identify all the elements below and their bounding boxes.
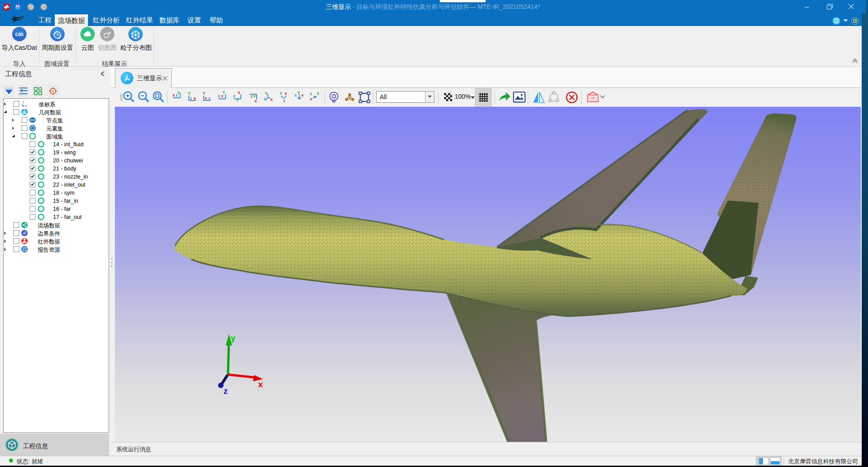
svg-text:Y: Y bbox=[297, 91, 300, 95]
svg-text:z: z bbox=[208, 96, 210, 100]
svg-text:x: x bbox=[258, 380, 263, 389]
svg-text:Y: Y bbox=[316, 92, 319, 96]
svg-text:Y: Y bbox=[236, 98, 239, 102]
svg-text:z: z bbox=[310, 92, 312, 96]
svg-text:z: z bbox=[23, 105, 24, 107]
svg-text:Y: Y bbox=[177, 91, 180, 95]
svg-text:z: z bbox=[190, 96, 192, 100]
svg-text:z: z bbox=[283, 99, 285, 103]
svg-text:z: z bbox=[218, 94, 220, 98]
svg-text:z: z bbox=[264, 96, 266, 101]
svg-text:x: x bbox=[285, 91, 287, 96]
svg-text:x: x bbox=[173, 93, 175, 97]
svg-text:Y: Y bbox=[203, 91, 206, 96]
svg-text:x: x bbox=[193, 96, 196, 100]
svg-text:x: x bbox=[238, 90, 241, 95]
svg-text:x: x bbox=[26, 105, 27, 107]
svg-text:x: x bbox=[310, 97, 313, 101]
svg-text:Y: Y bbox=[188, 91, 191, 96]
svg-text:Y: Y bbox=[280, 91, 282, 96]
svg-text:Y: Y bbox=[253, 94, 256, 99]
svg-text:Y: Y bbox=[265, 91, 267, 96]
svg-text:x: x bbox=[205, 96, 207, 100]
svg-text:x: x bbox=[254, 99, 257, 103]
svg-text:x: x bbox=[270, 97, 273, 102]
svg-text:z: z bbox=[233, 94, 236, 98]
svg-text:z: z bbox=[250, 94, 253, 99]
svg-text:x: x bbox=[301, 93, 304, 97]
svg-text:Y: Y bbox=[22, 101, 24, 104]
svg-text:z: z bbox=[295, 93, 297, 97]
svg-text:Y: Y bbox=[223, 90, 225, 95]
svg-text:z: z bbox=[224, 386, 228, 396]
svg-text:y: y bbox=[231, 333, 236, 343]
